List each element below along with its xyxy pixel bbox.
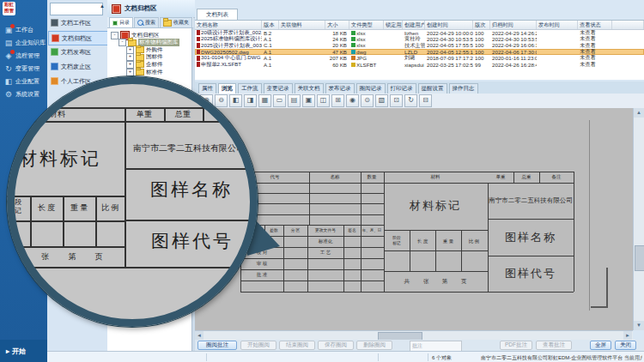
sort-arrow-icon[interactable]: ▲	[100, 3, 105, 9]
cell-name: 申报单2.XLSFBT	[195, 61, 262, 69]
vertical-scrollbar[interactable]: ▲ ▼	[633, 108, 644, 330]
scroll-up-icon[interactable]: ▲	[634, 108, 644, 118]
tab-变更记录[interactable]: 变更记录	[264, 83, 293, 94]
grid-icon[interactable]: ⊞	[331, 94, 344, 107]
grid-line	[574, 172, 574, 292]
grid-line	[283, 225, 284, 292]
app-logo: 彩虹图管	[3, 2, 15, 15]
workspace-item-3[interactable]: 文档发布区	[48, 45, 108, 58]
frame-icon[interactable]: ⊡	[390, 94, 403, 107]
tab-document-list[interactable]: 文档列表	[197, 9, 238, 21]
workspace-item-icon	[52, 34, 59, 42]
tree-node[interactable]: +企标件	[126, 61, 163, 68]
tree-tab-收藏夹[interactable]: 收藏夹	[160, 17, 192, 27]
tab-打印记录[interactable]: 打印记录	[387, 83, 416, 94]
tab-提醒设置[interactable]: 提醒设置	[418, 83, 447, 94]
cell-size: 207 KB	[325, 55, 349, 61]
cell-created: 2022-03-25 17:02:52	[425, 62, 473, 68]
tree-node[interactable]: +标准件	[126, 69, 163, 75]
cell-created: 2022-04-05 12:55:18	[425, 49, 473, 55]
drawing-canvas[interactable]: 代号 名称 数量 材料 单重 总重 备注 处数 分 区 更改文件号 签名 年、月…	[195, 108, 633, 330]
scroll-right-icon[interactable]: ►	[623, 331, 632, 340]
tree-node[interactable]: -文档归档区	[111, 32, 160, 39]
image-icon[interactable]: ▣	[302, 94, 315, 107]
column-header-lock-user[interactable]: 锁定用户	[384, 21, 403, 29]
table-row[interactable]: 2025设计开发计划表_003001...C.120 KBxlsx技术主管202…	[195, 42, 644, 48]
folder-icon	[136, 69, 144, 75]
locate-icon[interactable]: ⊙	[361, 94, 374, 107]
background-color-icon[interactable]: ▦	[258, 94, 271, 107]
magnifier-ring	[7, 76, 258, 327]
hatch-icon[interactable]: ▧	[375, 94, 388, 107]
tab-关联文档[interactable]: 关联文档	[295, 83, 324, 94]
column-header-published[interactable]: 发布时间	[537, 21, 578, 29]
cell-archived: 2022-04-29 16:06:16	[490, 42, 537, 48]
file-type-icon	[351, 63, 355, 67]
cell-type: JPG	[349, 55, 384, 61]
sidebar-item-2[interactable]: ▤企业知识库	[4, 37, 47, 48]
cell-version: C.1	[262, 42, 279, 48]
tree-panel-header: 文档归档区	[107, 0, 196, 18]
start-button[interactable]: ▸ 开始	[0, 340, 53, 362]
tab-发布记录[interactable]: 发布记录	[325, 83, 355, 94]
column-header-type[interactable]: 文件类型	[349, 21, 384, 29]
workspace-search-input[interactable]	[50, 3, 103, 15]
workspace-item-2[interactable]: 文档归档区	[48, 31, 110, 45]
column-header-rev[interactable]: 版次	[473, 21, 490, 29]
grid-line	[240, 172, 574, 172]
column-header-created[interactable]: 创建时间	[425, 21, 473, 29]
tree-node[interactable]: +国标件	[126, 54, 163, 61]
drawing-code-label: 图样代号	[505, 266, 556, 281]
button-全屏[interactable]: 全屏	[590, 341, 611, 350]
dim-length: 长 度	[417, 238, 428, 244]
tree-tab-搜索[interactable]: 搜索	[134, 17, 159, 27]
vertical-scroll-thumb[interactable]	[635, 245, 644, 271]
column-header-creator[interactable]: 创建用户	[403, 21, 425, 29]
expander-icon[interactable]: -	[118, 39, 126, 46]
column-header-version[interactable]: 版本	[262, 21, 279, 29]
dim-scale: 比 例	[469, 238, 479, 244]
document-region: 文档列表 文档名称版本关联物料大小文件类型锁定用户创建用户创建时间版次归档时间发…	[195, 0, 644, 351]
tree-tab-目录[interactable]: 目录	[109, 17, 133, 27]
column-header-archived[interactable]: 归档时间	[490, 21, 537, 29]
pan-icon[interactable]: ◉	[346, 94, 359, 107]
table-row[interactable]: 申报单2.XLSFBTA.160 KBXLSFBTxiapsdui2022-03…	[195, 62, 644, 68]
workspace-item-label: 文档工作区	[61, 19, 91, 27]
column-header-view-status[interactable]: 查看状态	[578, 21, 612, 29]
tree-node-label: 标准件	[146, 69, 163, 76]
tab-圈阅记录[interactable]: 圈阅记录	[356, 83, 386, 94]
tree-tab-label: 收藏夹	[173, 19, 189, 27]
layers-icon[interactable]: ▤	[288, 94, 301, 107]
compare-icon[interactable]: ◫	[317, 94, 330, 107]
table-row[interactable]: 301-0104 中心底门.DWGA.1207 KBJPG刘璐2018-07-0…	[195, 55, 644, 61]
sidebar-item-4[interactable]: ↻变更管理	[4, 63, 47, 74]
document-table-header: 文档名称版本关联物料大小文件类型锁定用户创建用户创建时间版次归档时间发布时间查看…	[195, 21, 644, 30]
app-window: 彩虹图管 ▣工作台▤企业知识库◈流程管理↻变更管理◧企业配置⚙系统设置 ▸ 开始…	[0, 0, 644, 362]
sidebar-item-3[interactable]: ◈流程管理	[4, 50, 47, 61]
workspace-item-4[interactable]: 文档废止区	[48, 60, 108, 73]
search-icon	[137, 20, 143, 26]
tab-操作日志[interactable]: 操作日志	[449, 83, 478, 94]
expander-icon[interactable]: -	[111, 32, 118, 39]
column-header-material[interactable]: 关联物料	[279, 21, 325, 29]
button-圈阅批注[interactable]: 圈阅批注	[197, 341, 237, 350]
collapse-icon[interactable]: ⊟	[419, 94, 432, 107]
start-arrow-icon: ▸	[6, 347, 9, 355]
rotate-icon[interactable]: ↻	[404, 94, 417, 107]
tree-node[interactable]: +外购件	[126, 46, 163, 53]
tree-node[interactable]: -标准物料编图库	[118, 39, 179, 46]
scroll-down-icon[interactable]: ▼	[634, 321, 644, 330]
expander-icon[interactable]: +	[126, 69, 134, 76]
scroll-left-icon[interactable]: ◄	[195, 331, 204, 340]
cell-version: A.1	[262, 55, 279, 61]
workspace-item-1[interactable]: 文档工作区	[48, 16, 108, 29]
document-icon	[197, 62, 200, 67]
column-header-name[interactable]: 文档名称	[195, 21, 262, 29]
sheet-info-label: 共 张 第 页	[404, 278, 467, 286]
line-width-icon[interactable]: ▭	[273, 94, 286, 107]
button-关闭[interactable]: 关闭	[615, 341, 636, 350]
grid-line	[240, 193, 384, 194]
column-header-size[interactable]: 大小	[325, 21, 349, 29]
sidebar-item-1[interactable]: ▣工作台	[4, 24, 47, 35]
workspace-item-label: 文档发布区	[61, 48, 91, 57]
